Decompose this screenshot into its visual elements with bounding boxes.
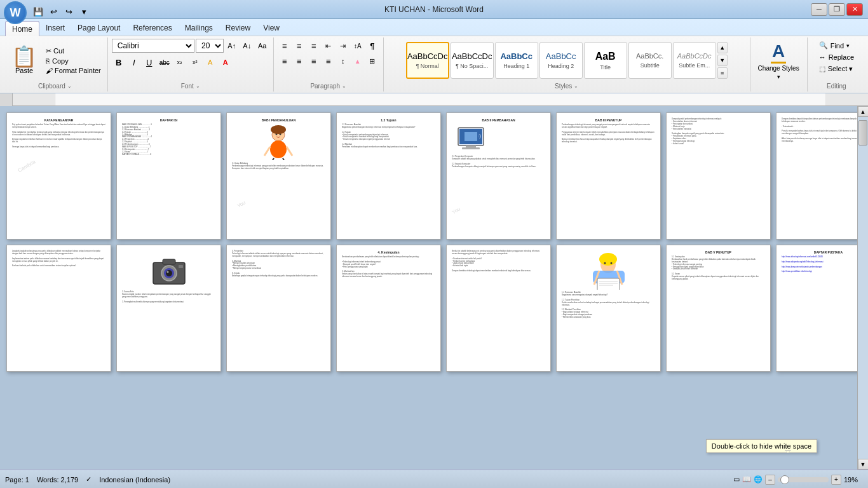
page-thumb-12[interactable]: 4. Kesimpulan Berdasarkan pembahasan yan… [336,245,441,372]
view-full-reading[interactable]: 📖 [742,475,751,484]
language[interactable]: Indonesian (Indonesia) [99,476,170,484]
styles-expand-icon[interactable]: ⌄ [574,83,578,89]
page-thumb-3[interactable]: BAB I PENDAHULUAN [226,112,331,240]
decrease-indent-button[interactable]: ⇤ [322,39,336,53]
page-thumb-2[interactable]: DAFTAR ISI BAB I PENDAHULUAN ...........… [116,112,221,240]
align-left-button[interactable]: ≡ [278,54,292,68]
style-subtle-em[interactable]: AaBbCcDc Subtle Em... [673,42,716,79]
shading-button[interactable]: ▲ [351,54,365,68]
page-thumb-16[interactable]: DAFTAR PUSTAKA http://www.teknologiinfor… [776,245,857,372]
paragraph-label[interactable]: Paragraph ⌄ [310,82,346,90]
numbering-button[interactable]: ≡ [292,39,306,53]
undo-button[interactable]: ↩ [47,5,60,18]
font-expand-icon[interactable]: ⌄ [196,83,200,89]
text-color-button[interactable]: A [219,55,233,69]
borders-button[interactable]: ⊞ [365,54,379,68]
page-thumb-9[interactable]: Langkah-langkah selanjutnya yang perlu d… [6,245,111,372]
page-6-body: Perkembangan teknologi informasi yang sa… [562,124,655,144]
page-thumb-13[interactable]: Berikut ini adalah beberapa poin penting… [446,245,551,372]
replace-button[interactable]: ↔ Replace [815,52,858,62]
page-thumb-10[interactable]: 2. SamsuFoto Kamera digital modern telah… [116,245,221,372]
copy-button[interactable]: ⎘ Copy [43,57,104,65]
tab-review[interactable]: Review [219,20,257,36]
clipboard-expand-icon[interactable]: ⌄ [67,83,72,89]
superscript-button[interactable]: x² [188,55,202,69]
page-thumb-4[interactable]: 1.2 Tujuan 1.2 Rumusan Masalah Bagaimana… [336,112,441,240]
paste-button[interactable]: 📋 Paste [6,45,42,76]
zoom-in-button[interactable]: + [831,475,841,485]
zoom-out-button[interactable]: – [765,475,775,485]
styles-more[interactable]: ≡ [717,67,728,79]
page-thumb-1[interactable]: KATA PENGANTAR Puji syukur kami panjatka… [6,112,111,240]
scroll-thumb[interactable] [858,120,867,146]
increase-indent-button[interactable]: ⇥ [336,39,350,53]
select-button[interactable]: ⬚ Select ▾ [815,64,858,74]
tab-mailings[interactable]: Mailings [179,20,219,36]
page-thumb-6[interactable]: BAB III PENUTUP Perkembangan teknologi i… [556,112,661,240]
format-painter-button[interactable]: 🖌 Format Painter [43,66,104,75]
style-title[interactable]: AaB Title [584,42,627,79]
style-heading1[interactable]: AaBbCc Heading 1 [495,42,538,79]
view-web-layout[interactable]: 🌐 [754,475,763,484]
style-normal[interactable]: AaBbCcDc ¶ Normal [406,42,449,79]
spell-check-icon[interactable]: ✓ [86,475,92,484]
quick-access-dropdown[interactable]: ▾ [78,5,90,18]
tab-insert[interactable]: Insert [39,20,71,36]
page-thumb-8[interactable]: Dengan demikian dapat disimpulkan bahwa … [776,112,857,240]
styles-scroll-up[interactable]: ▲ [717,42,728,53]
clipboard-label[interactable]: Clipboard ⌄ [38,82,72,90]
restore-button[interactable]: ❒ [829,3,845,16]
clear-format-button[interactable]: Aa [255,39,269,53]
close-button[interactable]: ✕ [846,3,863,16]
find-button[interactable]: 🔍 Find ▾ [815,40,858,51]
tab-page-layout[interactable]: Page Layout [71,20,126,36]
styles-label[interactable]: Styles ⌄ [555,82,578,90]
page-5-image: :) [452,125,545,154]
grow-font-button[interactable]: A↑ [225,39,239,53]
scroll-up-button[interactable]: ▲ [858,106,869,117]
style-no-spacing[interactable]: AaBbCcDc ¶ No Spaci... [451,42,494,79]
align-center-button[interactable]: ≡ [292,54,306,68]
font-label[interactable]: Font ⌄ [181,82,200,90]
minimize-button[interactable]: ─ [811,3,827,16]
page-14-content: 1.1 Rumusan Masalah Bagaimana cara menga… [557,245,660,371]
font-name-select[interactable]: Calibri [112,39,194,53]
scroll-down-button[interactable]: ▼ [858,459,869,470]
paragraph-expand-icon[interactable]: ⌄ [342,83,346,89]
styles-scroll-down[interactable]: ▼ [717,55,728,66]
multilevel-button[interactable]: ≡ [307,39,321,53]
style-heading2[interactable]: AaBbCc Heading 2 [539,42,583,79]
line-spacing-button[interactable]: ↕ [336,54,350,68]
save-button[interactable]: 💾 [32,5,44,18]
align-right-button[interactable]: ≡ [307,54,321,68]
scroll-track[interactable] [858,117,868,459]
zoom-slider-thumb[interactable] [780,475,789,484]
change-styles-button[interactable]: A Change Styles ▾ [754,40,803,81]
bold-button[interactable]: B [112,55,126,69]
page-thumb-11[interactable]: 4. Pengertian Teknologi informasi adalah… [226,245,331,372]
show-formatting-button[interactable]: ¶ [365,39,379,53]
subscript-button[interactable]: x₂ [173,55,187,69]
zoom-level[interactable]: 19% [844,476,863,484]
text-highlight-button[interactable]: A [203,55,217,69]
style-subtitle[interactable]: AaBbCc. Subtitle [628,42,672,79]
page-thumb-7[interactable]: Dampak positif perkembangan teknologi in… [666,112,771,240]
office-button[interactable]: W [4,1,27,24]
view-print-layout[interactable]: ▭ [733,475,740,484]
tab-view[interactable]: View [257,20,286,36]
justify-button[interactable]: ≡ [322,54,336,68]
page-thumb-15[interactable]: BAB V PENUTUP 5.1 Kesimpulan Berdasarkan… [666,245,771,372]
page-thumb-14[interactable]: 1.1 Rumusan Masalah Bagaimana cara menga… [556,245,661,372]
redo-button[interactable]: ↪ [62,5,75,18]
bullets-button[interactable]: ≡ [278,39,292,53]
font-size-select[interactable]: 20 [196,39,224,53]
italic-button[interactable]: I [127,55,141,69]
strikethrough-button[interactable]: abc [158,55,172,69]
sort-button[interactable]: ↕A [351,39,365,53]
underline-button[interactable]: U [142,55,156,69]
page-thumb-5[interactable]: BAB II PEMBAHASAN :) 2.1 [446,112,551,240]
tab-references[interactable]: References [126,20,178,36]
cut-button[interactable]: ✂ Cut [43,46,104,56]
shrink-font-button[interactable]: A↓ [240,39,254,53]
zoom-slider[interactable] [778,477,829,482]
